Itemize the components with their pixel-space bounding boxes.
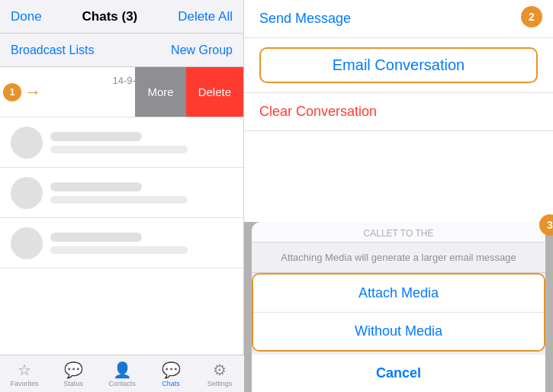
done-button[interactable]: Done xyxy=(11,9,42,24)
email-conversation-row[interactable]: Email Conversation xyxy=(244,38,553,93)
send-message-row[interactable]: Send Message 2 xyxy=(244,0,553,38)
clear-conversation-button[interactable]: Clear Conversation xyxy=(259,104,377,119)
line1 xyxy=(50,132,142,141)
line1 xyxy=(50,233,142,242)
avatar-empty xyxy=(11,227,43,259)
swipe-actions: More Delete xyxy=(135,67,243,117)
chat-lines xyxy=(50,233,233,254)
chat-item-empty-1 xyxy=(0,117,243,168)
chat-lines xyxy=(50,182,233,204)
chats-icon: 💬 xyxy=(162,361,181,379)
chat-row[interactable]: 14-9-2 › xyxy=(0,67,152,117)
line2 xyxy=(50,246,188,254)
tab-settings-label: Settings xyxy=(207,380,233,387)
tab-contacts-label: Contacts xyxy=(108,380,136,387)
sheet-container: 3 CALLET TO THE Attaching Media will gen… xyxy=(244,222,553,392)
tab-bar: ☆ Favorites 💬 Status 👤 Contacts 💬 Chats … xyxy=(0,355,244,392)
broadcast-lists-link[interactable]: Broadcast Lists xyxy=(11,43,94,57)
delete-button[interactable]: Delete xyxy=(186,67,243,117)
sheet-truncated-text: CALLET TO THE xyxy=(252,222,545,243)
swipe-arrow: → xyxy=(24,82,41,102)
favorites-icon: ☆ xyxy=(18,361,31,379)
annotation-1: 1 xyxy=(3,83,21,101)
top-bar: Done Chats (3) Delete All xyxy=(0,0,243,34)
tab-favorites[interactable]: ☆ Favorites xyxy=(0,355,49,392)
line2 xyxy=(50,146,188,153)
line2 xyxy=(50,196,188,204)
new-group-link[interactable]: New Group xyxy=(171,43,233,57)
attach-media-button[interactable]: Attach Media xyxy=(253,275,544,313)
avatar-empty xyxy=(11,177,43,209)
tab-settings[interactable]: ⚙ Settings xyxy=(195,355,244,392)
sheet-inner: CALLET TO THE Attaching Media will gener… xyxy=(252,222,545,392)
contacts-icon: 👤 xyxy=(113,361,132,379)
send-message-label[interactable]: Send Message xyxy=(259,11,351,26)
sub-bar: Broadcast Lists New Group xyxy=(0,34,243,67)
tab-chats-label: Chats xyxy=(162,380,180,387)
chat-item-swiped[interactable]: 1 → 14-9-2 › More Delete xyxy=(0,67,243,117)
more-button[interactable]: More xyxy=(135,67,185,117)
clear-conversation-row[interactable]: Clear Conversation xyxy=(244,93,553,131)
email-conversation-button[interactable]: Email Conversation xyxy=(259,47,538,83)
badge-2: 2 xyxy=(521,6,542,27)
tab-chats[interactable]: 💬 Chats xyxy=(146,355,195,392)
tab-contacts[interactable]: 👤 Contacts xyxy=(98,355,146,392)
avatar-empty xyxy=(11,127,43,159)
chats-title: Chats (3) xyxy=(82,9,138,24)
badge-1: 1 xyxy=(3,83,21,101)
chat-list: 1 → 14-9-2 › More Delete xyxy=(0,67,243,355)
chat-item-empty-2 xyxy=(0,168,243,218)
chat-lines xyxy=(50,132,233,153)
tab-status[interactable]: 💬 Status xyxy=(49,355,98,392)
cancel-button[interactable]: Cancel xyxy=(252,355,545,392)
chat-item-empty-3 xyxy=(0,218,243,268)
delete-all-button[interactable]: Delete All xyxy=(178,9,233,24)
line1 xyxy=(50,182,142,191)
status-icon: 💬 xyxy=(64,361,83,379)
settings-icon: ⚙ xyxy=(213,361,227,379)
sheet-info-text: Attaching Media will generate a larger e… xyxy=(252,243,545,273)
without-media-button[interactable]: Without Media xyxy=(253,313,544,350)
bottom-sheet: 3 CALLET TO THE Attaching Media will gen… xyxy=(244,222,553,392)
right-panel: Send Message 2 Email Conversation Clear … xyxy=(244,0,553,392)
tab-favorites-label: Favorites xyxy=(10,380,38,387)
tab-status-label: Status xyxy=(63,380,83,387)
sheet-button-group: Attach Media Without Media xyxy=(252,273,545,352)
